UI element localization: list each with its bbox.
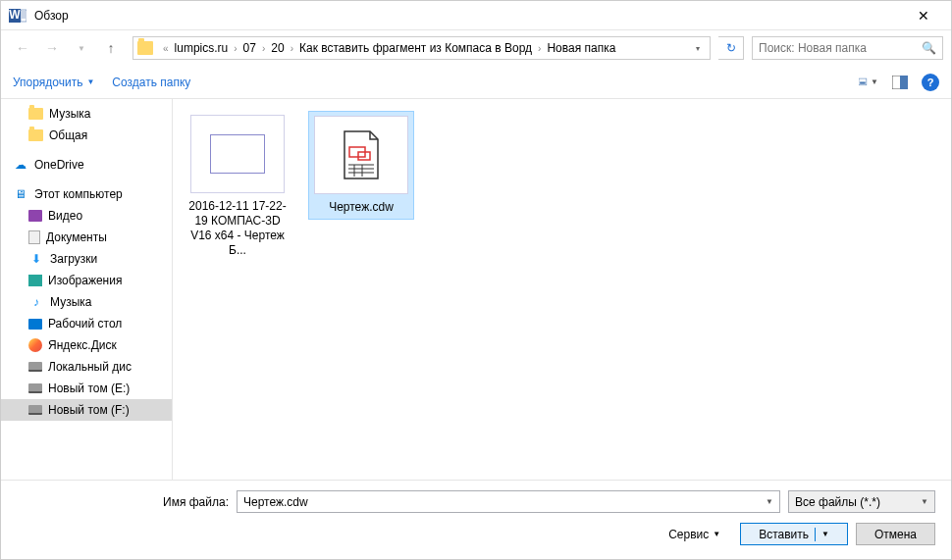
document-icon bbox=[28, 230, 40, 244]
svg-rect-7 bbox=[859, 78, 867, 85]
new-folder-button[interactable]: Создать папку bbox=[112, 76, 190, 89]
search-icon[interactable]: 🔍 bbox=[922, 41, 936, 55]
pc-icon: 🖥 bbox=[13, 186, 28, 202]
folder-icon bbox=[28, 108, 43, 120]
breadcrumb-item[interactable]: 20 bbox=[269, 41, 286, 55]
breadcrumb-item[interactable]: Как вставить фрагмент из Компаса в Ворд bbox=[297, 41, 534, 55]
onedrive-icon: ☁ bbox=[13, 157, 28, 173]
file-item[interactable]: 2016-12-11 17-22-19 КОМПАС-3D V16 x64 - … bbox=[185, 111, 291, 262]
sidebar-item-drive-f[interactable]: Новый том (F:) bbox=[1, 399, 172, 421]
chevron-down-icon: ▼ bbox=[713, 530, 720, 538]
drive-icon bbox=[28, 405, 42, 415]
sidebar-item-music2[interactable]: ♪Музыка bbox=[1, 291, 172, 313]
search-box[interactable]: 🔍 bbox=[752, 36, 943, 60]
cancel-button[interactable]: Отмена bbox=[856, 523, 935, 545]
insert-button[interactable]: Вставить▼ bbox=[740, 523, 848, 545]
sidebar-item-yandex[interactable]: Яндекс.Диск bbox=[1, 334, 172, 356]
svg-rect-8 bbox=[860, 81, 866, 83]
download-icon: ⬇ bbox=[28, 251, 44, 267]
close-button[interactable]: ✕ bbox=[904, 1, 943, 30]
chevron-right-icon: › bbox=[230, 43, 240, 54]
chevron-down-icon: ▼ bbox=[821, 530, 829, 538]
drive-icon bbox=[28, 383, 42, 393]
filetype-filter[interactable]: Все файлы (*.*) ▼ bbox=[788, 490, 935, 513]
sidebar-item-drive-e[interactable]: Новый том (E:) bbox=[1, 378, 172, 399]
drive-icon bbox=[28, 362, 42, 372]
filename-combo[interactable]: Чертеж.cdw ▼ bbox=[237, 490, 780, 513]
breadcrumb-item[interactable]: lumpics.ru bbox=[173, 41, 231, 55]
view-button[interactable]: ▼ bbox=[859, 73, 878, 92]
nav-bar: ← → ▼ ↑ « lumpics.ru › 07 › 20 › Как вст… bbox=[1, 30, 951, 66]
toolbar: Упорядочить▼ Создать папку ▼ ? bbox=[1, 66, 951, 99]
body: Музыка Общая ☁OneDrive 🖥Этот компьютер В… bbox=[1, 99, 951, 480]
sidebar-item-shared[interactable]: Общая bbox=[1, 125, 172, 146]
sidebar-item-onedrive[interactable]: ☁OneDrive bbox=[1, 154, 172, 176]
sidebar-item-videos[interactable]: Видео bbox=[1, 205, 172, 227]
svg-text:W: W bbox=[9, 8, 21, 22]
yandex-icon bbox=[28, 338, 42, 352]
window-title: Обзор bbox=[34, 9, 904, 23]
filename-value: Чертеж.cdw bbox=[243, 495, 308, 509]
chevron-down-icon: ▼ bbox=[86, 77, 94, 86]
refresh-button[interactable]: ↻ bbox=[718, 36, 744, 60]
sidebar-item-thispc[interactable]: 🖥Этот компьютер bbox=[1, 183, 172, 205]
sidebar[interactable]: Музыка Общая ☁OneDrive 🖥Этот компьютер В… bbox=[1, 99, 173, 480]
bottom-panel: Имя файла: Чертеж.cdw ▼ Все файлы (*.*) … bbox=[1, 480, 951, 559]
video-icon bbox=[28, 210, 42, 222]
chevron-right-icon: › bbox=[287, 43, 297, 54]
address-dropdown[interactable]: ▾ bbox=[690, 44, 706, 53]
sidebar-item-downloads[interactable]: ⬇Загрузки bbox=[1, 248, 172, 270]
titlebar: W Обзор ✕ bbox=[1, 1, 951, 30]
breadcrumb-item[interactable]: Новая папка bbox=[545, 41, 617, 55]
image-icon bbox=[28, 275, 42, 286]
sidebar-item-music[interactable]: Музыка bbox=[1, 103, 172, 125]
address-bar[interactable]: « lumpics.ru › 07 › 20 › Как вставить фр… bbox=[132, 36, 711, 60]
chevron-down-icon: ▼ bbox=[921, 497, 928, 506]
chevron-right-icon: › bbox=[534, 43, 545, 54]
file-label: Чертеж.cdw bbox=[313, 200, 409, 215]
help-button[interactable]: ? bbox=[922, 74, 939, 91]
sidebar-item-localdisk[interactable]: Локальный дис bbox=[1, 356, 172, 378]
folder-icon bbox=[137, 41, 153, 55]
desktop-icon bbox=[28, 319, 42, 330]
breadcrumb-overflow[interactable]: « bbox=[159, 43, 173, 54]
file-list[interactable]: 2016-12-11 17-22-19 КОМПАС-3D V16 x64 - … bbox=[173, 99, 951, 480]
service-dropdown[interactable]: Сервис▼ bbox=[668, 528, 720, 541]
back-button[interactable]: ← bbox=[9, 34, 36, 62]
filename-label: Имя файла: bbox=[17, 495, 229, 509]
sidebar-item-desktop[interactable]: Рабочий стол bbox=[1, 313, 172, 334]
word-icon: W bbox=[9, 7, 26, 25]
breadcrumb-item[interactable]: 07 bbox=[241, 41, 258, 55]
file-thumbnail bbox=[314, 116, 408, 194]
chevron-right-icon: › bbox=[258, 43, 269, 54]
file-thumbnail bbox=[190, 115, 285, 193]
svg-rect-10 bbox=[900, 76, 908, 89]
sidebar-item-images[interactable]: Изображения bbox=[1, 270, 172, 291]
forward-button[interactable]: → bbox=[38, 34, 66, 62]
organize-button[interactable]: Упорядочить▼ bbox=[13, 76, 94, 89]
search-input[interactable] bbox=[759, 41, 922, 55]
preview-button[interactable] bbox=[890, 73, 910, 92]
file-open-dialog: W Обзор ✕ ← → ▼ ↑ « lumpics.ru › 07 › 20… bbox=[0, 0, 952, 560]
sidebar-item-documents[interactable]: Документы bbox=[1, 227, 172, 248]
file-label: 2016-12-11 17-22-19 КОМПАС-3D V16 x64 - … bbox=[188, 199, 287, 258]
recent-dropdown[interactable]: ▼ bbox=[68, 34, 95, 62]
file-item-selected[interactable]: Чертеж.cdw bbox=[308, 111, 414, 220]
folder-icon bbox=[28, 129, 43, 141]
music-icon: ♪ bbox=[28, 294, 44, 310]
up-button[interactable]: ↑ bbox=[97, 34, 125, 62]
chevron-down-icon: ▼ bbox=[766, 497, 773, 506]
